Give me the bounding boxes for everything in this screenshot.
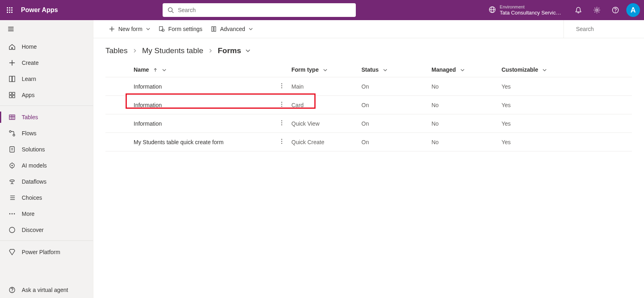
sidebar-item-create[interactable]: Create	[0, 55, 93, 71]
sidebar-item-label: Power Platform	[22, 249, 60, 255]
main: New form Form settings Advanced Tables	[93, 20, 644, 298]
col-header-status[interactable]: Status	[358, 62, 428, 77]
breadcrumb-root[interactable]: Tables	[105, 46, 128, 55]
advanced-button[interactable]: Advanced	[206, 20, 257, 38]
more-vertical-icon	[279, 138, 285, 145]
chevron-down-icon	[380, 66, 388, 73]
col-header-name[interactable]: Name	[130, 62, 275, 77]
table-row[interactable]: My Students table quick create formQuick…	[105, 133, 632, 151]
plus-icon	[7, 59, 17, 66]
more-vertical-icon	[279, 101, 285, 108]
chevron-down-icon	[159, 66, 167, 73]
breadcrumb-parent[interactable]: My Students table	[142, 46, 203, 55]
row-actions-button[interactable]	[275, 133, 288, 151]
breadcrumb-current-label: Forms	[218, 46, 241, 55]
col-header-form-type[interactable]: Form type	[288, 62, 358, 77]
sidebar-item-solutions[interactable]: Solutions	[0, 141, 93, 157]
sidebar-toggle[interactable]	[0, 20, 93, 38]
table-row[interactable]: InformationCardOnNoYes	[105, 96, 632, 114]
globe-icon	[489, 6, 496, 14]
row-actions-button[interactable]	[275, 96, 288, 114]
sidebar-item-power-platform[interactable]: Power Platform	[0, 244, 93, 260]
sidebar-item-learn[interactable]: Learn	[0, 71, 93, 87]
sidebar-item-discover[interactable]: Discover	[0, 222, 93, 238]
sidebar-item-ai-models[interactable]: AI models	[0, 157, 93, 174]
sidebar-item-label: Apps	[22, 92, 35, 98]
platform-icon	[7, 248, 17, 256]
sidebar-item-label: Choices	[22, 195, 42, 201]
more-vertical-icon	[279, 83, 285, 89]
col-header-managed[interactable]: Managed	[428, 62, 498, 77]
sidebar-item-label: Learn	[22, 76, 36, 82]
command-search-input[interactable]	[576, 26, 644, 32]
cell-managed: No	[428, 77, 498, 96]
command-bar: New form Form settings Advanced	[93, 20, 644, 38]
chevron-down-icon	[320, 66, 328, 73]
sidebar-item-choices[interactable]: Choices	[0, 190, 93, 206]
sidebar-item-label: Ask a virtual agent	[22, 287, 68, 293]
chevron-down-icon	[540, 66, 547, 73]
col-header-form-type-label: Form type	[291, 66, 319, 73]
sidebar-item-label: More	[22, 211, 35, 217]
sidebar: HomeCreateLearnApps TablesFlowsSolutions…	[0, 20, 93, 298]
cell-name: Information	[130, 96, 275, 114]
sidebar-item-home[interactable]: Home	[0, 39, 93, 55]
table-icon	[7, 114, 17, 121]
sidebar-item-label: Dataflows	[22, 178, 46, 185]
new-form-label: New form	[118, 26, 142, 32]
app-title: Power Apps	[21, 6, 58, 14]
table-row[interactable]: InformationQuick ViewOnNoYes	[105, 114, 632, 133]
chevron-down-icon	[248, 27, 253, 31]
command-search[interactable]	[564, 20, 644, 38]
sidebar-item-more[interactable]: More	[0, 206, 93, 222]
solution-icon	[7, 146, 17, 153]
hamburger-icon	[7, 25, 14, 33]
cell-form-type: Main	[288, 77, 358, 96]
settings-button[interactable]	[588, 0, 606, 20]
sidebar-item-tables[interactable]: Tables	[0, 109, 93, 125]
sidebar-item-label: AI models	[22, 162, 47, 169]
new-form-button[interactable]: New form	[105, 20, 155, 38]
cell-name: My Students table quick create form	[130, 133, 275, 151]
apps-icon	[7, 91, 17, 99]
sidebar-item-label: Tables	[22, 114, 38, 120]
sidebar-separator	[0, 240, 93, 241]
sidebar-item-flows[interactable]: Flows	[0, 125, 93, 141]
cell-status: On	[358, 96, 428, 114]
breadcrumb-current[interactable]: Forms	[218, 46, 251, 55]
global-search[interactable]	[163, 3, 356, 17]
table-row[interactable]: InformationMainOnNoYes	[105, 77, 632, 96]
cell-form-type: Quick View	[288, 114, 358, 133]
cell-customizable: Yes	[498, 133, 632, 151]
table-header-row: Name Form type Status	[105, 62, 632, 77]
col-header-name-label: Name	[134, 66, 149, 73]
row-actions-button[interactable]	[275, 77, 288, 96]
sidebar-item-label: Home	[22, 43, 37, 50]
help-button[interactable]	[606, 0, 625, 20]
notifications-button[interactable]	[569, 0, 588, 20]
cell-managed: No	[428, 133, 498, 151]
col-header-customizable[interactable]: Customizable	[498, 62, 632, 77]
more-icon	[7, 210, 17, 217]
cell-customizable: Yes	[498, 114, 632, 133]
waffle-button[interactable]	[0, 0, 19, 20]
advanced-icon	[211, 26, 217, 32]
environment-picker[interactable]: Environment Tata Consultancy Servic…	[489, 4, 561, 16]
more-vertical-icon	[279, 120, 285, 126]
cell-form-type: Quick Create	[288, 133, 358, 151]
cell-name: Information	[130, 77, 275, 96]
chevron-down-icon	[146, 27, 151, 31]
col-header-customizable-label: Customizable	[502, 66, 538, 73]
sidebar-item-dataflows[interactable]: Dataflows	[0, 174, 93, 190]
sidebar-item-apps[interactable]: Apps	[0, 87, 93, 103]
sidebar-separator	[0, 106, 93, 106]
avatar[interactable]: A	[626, 3, 640, 17]
cell-customizable: Yes	[498, 96, 632, 114]
ai-icon	[7, 162, 17, 169]
global-search-input[interactable]	[178, 7, 351, 13]
sidebar-nav: HomeCreateLearnApps TablesFlowsSolutions…	[0, 38, 93, 282]
sidebar-item-ask-a-virtual-agent[interactable]: Ask a virtual agent	[0, 282, 93, 298]
plus-icon	[109, 26, 115, 32]
form-settings-button[interactable]: Form settings	[155, 20, 206, 38]
row-actions-button[interactable]	[275, 114, 288, 133]
